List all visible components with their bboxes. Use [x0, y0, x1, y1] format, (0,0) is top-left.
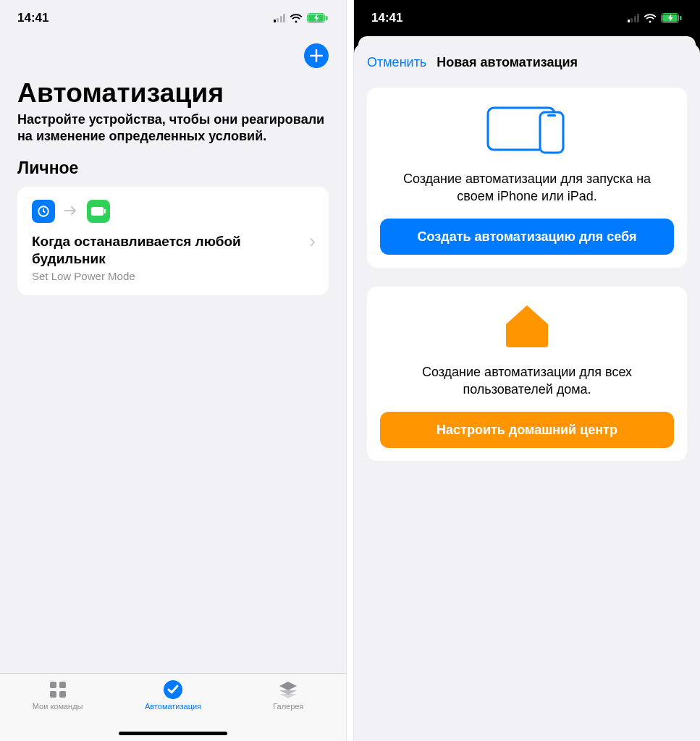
screenshot-divider: [346, 0, 354, 741]
home-icon: [502, 302, 552, 350]
svg-rect-2: [326, 16, 328, 20]
option-home-automation: Создание автоматизации для всех пользова…: [367, 287, 687, 461]
svg-rect-7: [59, 682, 66, 688]
svg-rect-15: [540, 112, 563, 153]
wifi-icon: [644, 14, 657, 23]
status-right: [274, 13, 329, 23]
automation-card[interactable]: Когда останавливается любой будильник Se…: [17, 187, 329, 296]
battery-icon: [307, 13, 329, 23]
screen-automation-list: 14:41 Автоматизация Настройте устройства…: [0, 0, 346, 741]
tab-my-shortcuts[interactable]: Мои команды: [0, 679, 115, 711]
setup-home-hub-button[interactable]: Настроить домашний центр: [380, 412, 674, 449]
devices-icon: [484, 103, 570, 157]
status-bar: 14:41: [0, 0, 346, 36]
svg-rect-5: [104, 209, 106, 213]
tab-label: Автоматизация: [145, 702, 201, 711]
battery-icon: [661, 13, 683, 23]
tab-automation[interactable]: Автоматизация: [115, 679, 230, 711]
add-button[interactable]: [304, 43, 329, 68]
status-time: 14:41: [17, 11, 49, 25]
page-description: Настройте устройства, чтобы они реагиров…: [0, 111, 346, 158]
status-right: [628, 13, 683, 23]
battery-app-icon: [87, 200, 110, 223]
automation-title: Когда останавливается любой будильник: [32, 233, 314, 268]
svg-rect-4: [91, 207, 104, 216]
modal-sheet: Отменить Новая автоматизация Создание ав…: [354, 43, 700, 741]
status-bar: 14:41: [354, 0, 700, 36]
wifi-icon: [290, 14, 303, 23]
home-indicator[interactable]: [119, 732, 227, 735]
svg-rect-6: [50, 682, 56, 688]
signal-icon: [274, 14, 286, 22]
arrow-right-icon: [64, 203, 78, 219]
svg-rect-8: [50, 691, 56, 698]
grid-icon: [49, 679, 67, 700]
clock-icon: [32, 200, 55, 223]
tab-label: Мои команды: [33, 702, 83, 711]
svg-rect-13: [680, 16, 682, 20]
screen-new-automation: 14:41 Отменить Новая автоматизация: [354, 0, 700, 741]
svg-rect-16: [547, 114, 556, 117]
layers-icon: [278, 679, 298, 700]
create-personal-button[interactable]: Создать автоматизацию для себя: [380, 219, 674, 255]
page-title: Автоматизация: [0, 71, 346, 111]
check-badge-icon: [163, 679, 183, 700]
tab-label: Галерея: [273, 702, 303, 711]
option-description: Создание автоматизации для запуска на св…: [380, 170, 674, 206]
chevron-right-icon: ›: [309, 230, 316, 253]
tab-gallery[interactable]: Галерея: [231, 679, 346, 711]
section-header-personal: Личное: [0, 158, 346, 187]
option-personal-automation: Создание автоматизации для запуска на св…: [367, 88, 687, 268]
signal-icon: [628, 14, 640, 22]
sheet-title: Новая автоматизация: [437, 55, 578, 70]
svg-rect-9: [59, 691, 66, 698]
automation-subtitle: Set Low Power Mode: [32, 270, 314, 282]
tab-bar: Мои команды Автоматизация Галерея: [0, 673, 346, 741]
status-time: 14:41: [371, 11, 402, 25]
option-description: Создание автоматизации для всех пользова…: [380, 363, 674, 399]
plus-icon: [310, 49, 323, 62]
cancel-button[interactable]: Отменить: [367, 55, 426, 70]
